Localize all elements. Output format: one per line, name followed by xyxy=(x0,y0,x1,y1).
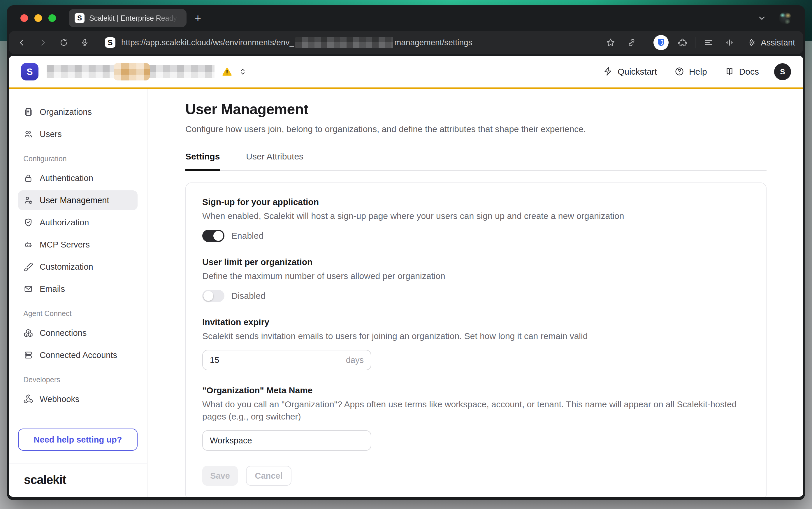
back-icon[interactable] xyxy=(17,38,27,47)
toggle-label: Enabled xyxy=(232,231,263,241)
waveform-icon[interactable] xyxy=(725,38,735,47)
close-window-button[interactable] xyxy=(21,14,28,22)
sidebar-item-emails[interactable]: Emails xyxy=(18,279,138,299)
site-favicon: S xyxy=(105,37,115,48)
reader-list-icon[interactable] xyxy=(704,38,713,47)
browser-profile-avatar[interactable] xyxy=(779,12,791,25)
signup-toggle[interactable] xyxy=(202,230,224,242)
lock-icon xyxy=(23,173,33,183)
url-prefix: https://app.scalekit.cloud/ws/environmen… xyxy=(121,38,294,47)
screen: S Scalekit | Enterprise Ready A + S http… xyxy=(0,0,812,509)
sidebar-item-connected-accounts[interactable]: Connected Accounts xyxy=(18,345,138,365)
sidebar-item-customization[interactable]: Customization xyxy=(18,257,138,277)
help-label: Help xyxy=(689,67,707,77)
browser-tab[interactable]: S Scalekit | Enterprise Ready A xyxy=(69,9,186,27)
browser-toolbar: S https://app.scalekit.cloud/ws/environm… xyxy=(9,31,803,54)
sidebar-item-authorization[interactable]: Authorization xyxy=(18,212,138,232)
workspace-switcher[interactable] xyxy=(47,65,214,78)
section-description: What do you call an "Organization"? Apps… xyxy=(202,398,744,423)
save-button[interactable]: Save xyxy=(202,466,238,486)
help-circle-icon xyxy=(674,66,685,77)
webhook-icon xyxy=(23,394,33,404)
help-button[interactable]: Help xyxy=(674,66,707,77)
section-description: Scalekit sends invitation emails to user… xyxy=(202,330,744,342)
url-suffix: management/settings xyxy=(394,38,472,47)
sidebar-item-organizations[interactable]: Organizations xyxy=(18,102,138,122)
robot-icon xyxy=(23,240,33,249)
reload-icon[interactable] xyxy=(59,38,69,47)
need-help-button[interactable]: Need help setting up? xyxy=(18,429,138,451)
docs-label: Docs xyxy=(739,67,759,77)
quickstart-label: Quickstart xyxy=(617,67,657,77)
extensions-puzzle-icon[interactable] xyxy=(677,38,687,47)
docs-button[interactable]: Docs xyxy=(725,66,759,77)
bitwarden-extension-icon[interactable] xyxy=(654,35,669,50)
bookmark-star-icon[interactable] xyxy=(606,38,615,47)
microphone-icon[interactable] xyxy=(80,38,90,47)
org-meta-name-input[interactable] xyxy=(210,436,364,445)
assistant-icon xyxy=(746,37,756,48)
sidebar-item-mcp-servers[interactable]: MCP Servers xyxy=(18,235,138,254)
user-avatar[interactable]: S xyxy=(774,63,791,80)
cancel-button[interactable]: Cancel xyxy=(246,466,291,486)
tab-user-attributes[interactable]: User Attributes xyxy=(246,151,304,170)
app-header: S Quickstart Help xyxy=(9,56,803,88)
cubes-icon xyxy=(23,328,33,338)
tabs: SettingsUser Attributes xyxy=(185,151,767,171)
tab-title: Scalekit | Enterprise Ready A xyxy=(89,14,181,23)
sidebar-item-authentication[interactable]: Authentication xyxy=(18,168,138,188)
section-title: Sign-up for your application xyxy=(202,197,750,207)
forward-icon[interactable] xyxy=(38,38,48,47)
sidebar-item-label: Webhooks xyxy=(40,395,79,404)
section-description: When enabled, Scalekit will host a sign-… xyxy=(202,210,744,222)
toolbar-actions: Assistant xyxy=(606,35,795,50)
quickstart-button[interactable]: Quickstart xyxy=(603,66,657,77)
warning-icon xyxy=(221,66,233,77)
sidebar-item-label: Users xyxy=(40,129,62,139)
sidebar: OrganizationsUsersConfigurationAuthentic… xyxy=(9,89,147,497)
user-limit-toggle[interactable] xyxy=(202,290,224,302)
sidebar-section-label: Developers xyxy=(18,375,138,384)
user-limit-section: User limit per organization Define the m… xyxy=(202,257,750,302)
redacted-workspace-name xyxy=(47,65,114,78)
minimize-window-button[interactable] xyxy=(34,14,42,22)
assistant-label: Assistant xyxy=(761,38,795,47)
tab-favicon: S xyxy=(75,13,84,23)
sidebar-item-connections[interactable]: Connections xyxy=(18,323,138,343)
org-meta-name-field xyxy=(202,430,371,451)
sidebar-item-webhooks[interactable]: Webhooks xyxy=(18,389,138,409)
sidebar-item-user-management[interactable]: User Management xyxy=(18,190,138,210)
book-open-icon xyxy=(725,66,735,77)
shield-check-icon xyxy=(23,217,33,227)
scalekit-app: S Quickstart Help xyxy=(9,56,803,497)
sidebar-item-label: Authentication xyxy=(40,173,93,183)
tab-settings[interactable]: Settings xyxy=(185,151,220,171)
sidebar-nav: OrganizationsUsersConfigurationAuthentic… xyxy=(18,102,138,411)
sidebar-section-label: Agent Connect xyxy=(18,309,138,318)
building-icon xyxy=(23,107,33,117)
sidebar-item-users[interactable]: Users xyxy=(18,124,138,144)
section-title: Invitation expiry xyxy=(202,317,750,327)
scalekit-logo: S xyxy=(21,63,38,80)
users-icon xyxy=(23,129,33,139)
switcher-chevrons-icon[interactable] xyxy=(238,67,247,76)
assistant-button[interactable]: Assistant xyxy=(746,37,795,48)
header-actions: Quickstart Help Docs S xyxy=(586,63,791,80)
new-tab-button[interactable]: + xyxy=(195,12,201,24)
paintbrush-icon xyxy=(23,262,33,272)
sidebar-item-label: User Management xyxy=(40,196,109,205)
user-gear-icon xyxy=(23,195,33,205)
invitation-expiry-input[interactable] xyxy=(210,355,346,365)
invitation-expiry-section: Invitation expiry Scalekit sends invitat… xyxy=(202,317,750,370)
traffic-lights xyxy=(21,14,56,22)
sidebar-item-label: Organizations xyxy=(40,107,92,117)
address-bar[interactable]: https://app.scalekit.cloud/ws/environmen… xyxy=(121,37,606,48)
zoom-window-button[interactable] xyxy=(48,14,56,22)
copy-link-icon[interactable] xyxy=(627,38,637,47)
redacted-url-segment xyxy=(295,37,393,48)
page-subtitle: Configure how users join, belong to orga… xyxy=(185,124,803,134)
sidebar-section-label: Configuration xyxy=(18,155,138,163)
days-suffix: days xyxy=(346,355,364,365)
chevron-down-icon[interactable] xyxy=(756,13,767,23)
scalekit-wordmark: scalekit xyxy=(24,473,66,486)
